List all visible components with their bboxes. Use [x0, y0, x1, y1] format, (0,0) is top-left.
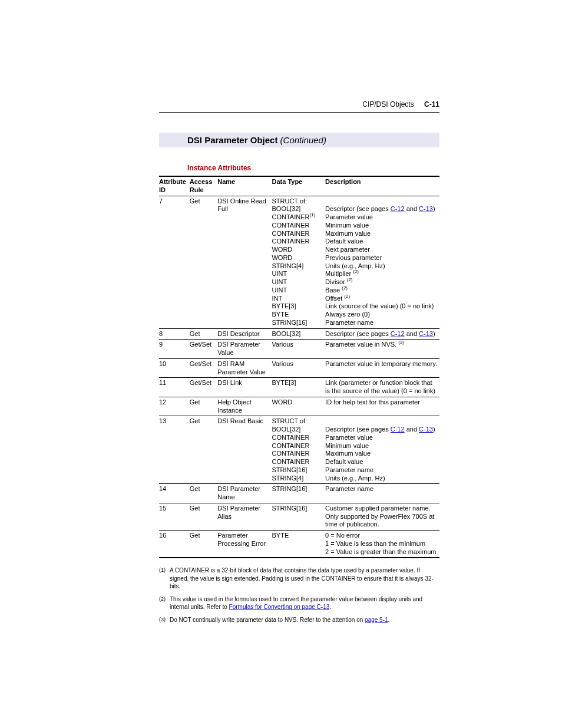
cell-description: ID for help text for this parameter	[325, 397, 439, 416]
cell-name: DSI Read Basic	[217, 416, 272, 484]
cell-name: Help Object Instance	[217, 397, 272, 416]
cell-data-type: WORD	[272, 397, 325, 416]
table-row: 7GetDSI Online Read FullSTRUCT of:BOOL[3…	[159, 196, 439, 328]
th-attr-id: Attribute ID	[159, 176, 190, 196]
link[interactable]: C-12	[391, 330, 405, 337]
cell-attr-id: 15	[159, 503, 190, 530]
cell-data-type: STRING[16]	[272, 503, 325, 530]
footnote: (1)A CONTAINER is a 32-bit block of data…	[159, 566, 439, 591]
section-title-cont: (Continued)	[280, 135, 326, 145]
cell-data-type: BYTE[3]	[272, 378, 325, 397]
cell-description: Link (parameter or function block that i…	[325, 378, 439, 397]
page: CIP/DSI Objects C-11 DSI Parameter Objec…	[0, 0, 562, 676]
header-page: C-11	[424, 100, 439, 108]
table-row: 16GetParameter Processing ErrorBYTE0 = N…	[159, 531, 439, 558]
footnote: (3)Do NOT continually write parameter da…	[159, 616, 439, 624]
footnote-ref: (1)	[309, 212, 315, 218]
footnote-ref: (2)	[347, 277, 353, 282]
cell-access: Get	[190, 196, 217, 328]
link[interactable]: Formulas for Converting on page C-13	[229, 604, 330, 610]
table-row: 15GetDSI Parameter AliasSTRING[16]Custom…	[159, 503, 439, 530]
cell-description: Parameter name	[325, 484, 439, 503]
attribute-table: Attribute ID Access Rule Name Data Type …	[159, 176, 439, 558]
link[interactable]: C-13	[419, 426, 433, 433]
cell-access: Get	[190, 328, 217, 340]
cell-data-type: Various	[272, 340, 325, 359]
cell-attr-id: 16	[159, 531, 190, 558]
footnote-text: A CONTAINER is a 32-bit block of data th…	[170, 566, 439, 591]
link[interactable]: C-13	[419, 205, 433, 212]
cell-access: Get/Set	[190, 378, 217, 397]
cell-attr-id: 13	[159, 416, 190, 484]
table-header-row: Attribute ID Access Rule Name Data Type …	[159, 176, 439, 196]
footnote-text: This value is used in the formulas used …	[170, 595, 439, 611]
running-header: CIP/DSI Objects C-11	[159, 100, 439, 113]
cell-name: DSI Link	[217, 378, 272, 397]
section-title: DSI Parameter Object (Continued)	[159, 133, 439, 147]
footnote-num: (3)	[159, 616, 170, 624]
cell-data-type: STRING[16]	[272, 484, 325, 503]
cell-name: DSI Parameter Alias	[217, 503, 272, 530]
footnote-ref: (2)	[344, 294, 350, 299]
th-name: Name	[217, 176, 272, 196]
cell-description: Descriptor (see pages C-12 and C-13)Para…	[325, 416, 439, 484]
footnote-ref: (2)	[342, 285, 348, 291]
cell-name: DSI Parameter Value	[217, 340, 272, 359]
cell-description: 0 = No error1 = Value is less than the m…	[325, 531, 439, 558]
cell-access: Get/Set	[190, 340, 217, 359]
table-row: 8GetDSI DescriptorBOOL[32]Descriptor (se…	[159, 328, 439, 340]
cell-attr-id: 10	[159, 358, 190, 378]
cell-description: Descriptor (see pages C-12 and C-13)Para…	[325, 196, 439, 328]
cell-access: Get/Set	[190, 358, 217, 378]
cell-name: DSI Descriptor	[217, 328, 272, 340]
table-row: 13GetDSI Read BasicSTRUCT of:BOOL[32]CON…	[159, 416, 439, 484]
cell-attr-id: 9	[159, 340, 190, 359]
cell-data-type: BOOL[32]	[272, 328, 325, 340]
cell-access: Get	[190, 397, 217, 416]
table-row: 11Get/SetDSI LinkBYTE[3]Link (parameter …	[159, 378, 439, 397]
table-row: 12GetHelp Object InstanceWORDID for help…	[159, 397, 439, 416]
cell-attr-id: 7	[159, 196, 190, 328]
cell-access: Get	[190, 503, 217, 530]
link[interactable]: C-12	[391, 426, 405, 433]
cell-attr-id: 11	[159, 378, 190, 397]
table-row: 9Get/SetDSI Parameter ValueVariousParame…	[159, 340, 439, 359]
footnote: (2)This value is used in the formulas us…	[159, 595, 439, 611]
section-title-main: DSI Parameter Object	[187, 135, 277, 145]
cell-description: Parameter value in NVS. (3)	[325, 340, 439, 359]
cell-attr-id: 12	[159, 397, 190, 416]
cell-description: Descriptor (see pages C-12 and C-13)	[325, 328, 439, 340]
th-access: Access Rule	[190, 176, 217, 196]
subhead: Instance Attributes	[187, 164, 439, 172]
footnotes: (1)A CONTAINER is a 32-bit block of data…	[159, 566, 439, 624]
cell-description: Customer supplied parameter name. Only s…	[325, 503, 439, 530]
cell-access: Get	[190, 416, 217, 484]
header-section: CIP/DSI Objects	[362, 100, 414, 108]
th-description: Description	[325, 176, 439, 196]
cell-description: Parameter value in temporary memory.	[325, 358, 439, 378]
cell-attr-id: 14	[159, 484, 190, 503]
cell-data-type: STRUCT of:BOOL[32]CONTAINER(1)CONTAINERC…	[272, 196, 325, 328]
cell-name: Parameter Processing Error	[217, 531, 272, 558]
cell-data-type: BYTE	[272, 531, 325, 558]
cell-data-type: STRUCT of:BOOL[32]CONTAINERCONTAINERCONT…	[272, 416, 325, 484]
footnote-text: Do NOT continually write parameter data …	[170, 616, 389, 624]
table-row: 14GetDSI Parameter NameSTRING[16]Paramet…	[159, 484, 439, 503]
cell-data-type: Various	[272, 358, 325, 378]
table-row: 10Get/SetDSI RAM Parameter ValueVariousP…	[159, 358, 439, 378]
footnote-ref: (2)	[353, 269, 359, 275]
link[interactable]: C-13	[419, 330, 433, 337]
footnote-num: (2)	[159, 595, 170, 611]
footnote-num: (1)	[159, 566, 170, 591]
link[interactable]: C-12	[391, 205, 405, 212]
cell-access: Get	[190, 531, 217, 558]
cell-name: DSI RAM Parameter Value	[217, 358, 272, 378]
cell-attr-id: 8	[159, 328, 190, 340]
cell-access: Get	[190, 484, 217, 503]
cell-name: DSI Online Read Full	[217, 196, 272, 328]
footnote-ref: (3)	[398, 340, 404, 345]
cell-name: DSI Parameter Name	[217, 484, 272, 503]
link[interactable]: page 5-1	[365, 617, 388, 623]
th-data-type: Data Type	[272, 176, 325, 196]
